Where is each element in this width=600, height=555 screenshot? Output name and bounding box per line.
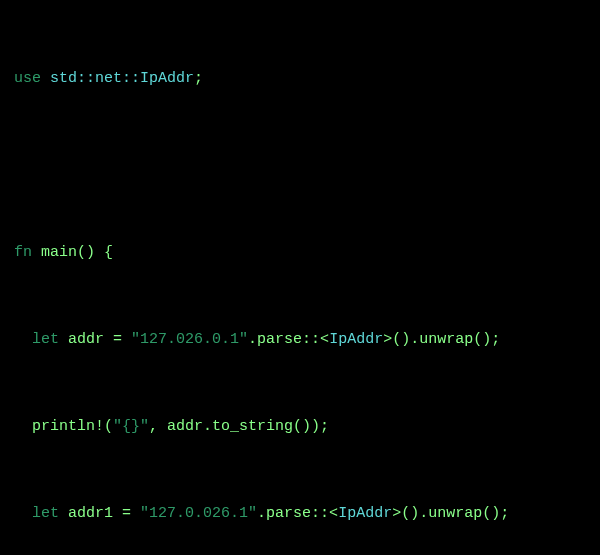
use-path: std::net::IpAddr [50,70,194,87]
comma: , [149,418,167,435]
code-line: println!("{}", addr.to_string()); [0,412,600,441]
parse-call: .parse::< [248,331,329,348]
code-line: use std::net::IpAddr; [0,64,600,93]
to-string-call: .to_string()); [203,418,329,435]
parse-close: >().unwrap(); [383,331,500,348]
keyword-use: use [14,70,41,87]
equals: = [113,505,140,522]
parse-call: .parse::< [257,505,338,522]
var-name: addr1 [68,505,113,522]
type-ipaddr: IpAddr [329,331,383,348]
equals: = [104,331,131,348]
code-line: let addr1 = "127.0.026.1".parse::<IpAddr… [0,499,600,528]
code-line: let addr = "127.026.0.1".parse::<IpAddr>… [0,325,600,354]
code-line: fn main() { [0,238,600,267]
println-macro: println! [32,418,104,435]
blank-line [0,151,600,180]
keyword-let: let [32,505,59,522]
fn-open: () { [77,244,113,261]
string-literal: "127.0.026.1" [140,505,257,522]
keyword-let: let [32,331,59,348]
fmt-string: "{}" [113,418,149,435]
code-editor: use std::net::IpAddr; fn main() { let ad… [0,0,600,555]
type-ipaddr: IpAddr [338,505,392,522]
keyword-fn: fn [14,244,32,261]
var-name: addr [68,331,104,348]
parse-close: >().unwrap(); [392,505,509,522]
string-literal: "127.026.0.1" [131,331,248,348]
open-paren: ( [104,418,113,435]
var-ref: addr [167,418,203,435]
semicolon: ; [194,70,203,87]
fn-name: main [41,244,77,261]
